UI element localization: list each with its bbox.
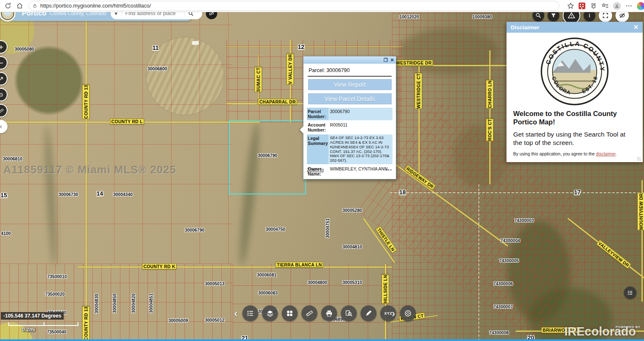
browser-menu-icon[interactable]: [625, 2, 633, 10]
popup-footer: Zoom to •••: [307, 167, 392, 172]
layers-icon: [266, 309, 274, 318]
map-label-parcel: 30005013: [205, 281, 225, 286]
map-label-parcel: 30004850: [112, 294, 117, 313]
field-label: Account Number:: [307, 121, 328, 134]
map-label-parcel: 74300006: [493, 281, 513, 286]
draw-button[interactable]: [361, 305, 377, 321]
map-label-road: WESTRIDGE DR: [395, 60, 433, 66]
map-label-parcel: 74300003: [514, 218, 534, 223]
scale-bar: [8, 322, 78, 326]
map-label-parcel: 30006800: [148, 66, 167, 71]
map-label-parcel: 30005009: [169, 318, 188, 323]
map-label-parcel: 30004340: [113, 192, 133, 197]
bookmark-star-icon[interactable]: [567, 2, 574, 10]
window-edge: [0, 339, 644, 341]
legend-fab-button[interactable]: [624, 287, 636, 299]
browser-profile-avatar[interactable]: [613, 2, 621, 10]
basemap-button[interactable]: [282, 305, 298, 321]
map-label-parcel: 4100: [1, 231, 10, 236]
popup-more-options[interactable]: •••: [385, 168, 392, 172]
media-button[interactable]: [400, 305, 416, 321]
map-label-parcel: 30006083: [258, 290, 278, 295]
browser-actions: [563, 2, 644, 10]
map-label-road: THISTLE LN: [375, 226, 397, 253]
view-parcel-details-button[interactable]: View Parcel Details: [308, 93, 392, 104]
map-label-parcel: 30006790: [185, 227, 205, 232]
resize-handle[interactable]: [637, 157, 641, 161]
map-label-parcel: 73500010: [47, 274, 67, 279]
field-row-account-number: Account Number: R005011: [307, 121, 392, 134]
map-label-parcel: 30004810: [343, 244, 362, 249]
reload-icon[interactable]: [4, 2, 12, 10]
map-label-road: V VALLEY DR: [286, 54, 294, 85]
popup-body: Parcel: 30006790 View Report View Parcel…: [304, 64, 396, 174]
toolbar-next-chevron[interactable]: ›: [392, 307, 395, 320]
parcel-popup: ❐ ✕ Parcel: 30006790 View Report View Pa…: [303, 56, 396, 179]
map-label-parcel: 74300008: [489, 330, 509, 335]
map-label-parcel: 74300004: [501, 238, 520, 243]
popup-maximize-icon[interactable]: ❐: [384, 58, 388, 62]
xyz-icon: XYZ: [384, 311, 392, 315]
extensions-puzzle-icon[interactable]: [589, 2, 597, 10]
map-label-parcel: 30005310: [343, 280, 362, 285]
measure-button[interactable]: [301, 305, 317, 321]
map-label-parcel: 30006081: [257, 272, 277, 277]
map-label-road: COUNTY RD 13: [82, 306, 90, 341]
map-label-parcel: 30006810: [3, 156, 23, 161]
disclaimer-titlebar: Disclaimer ✕: [506, 22, 643, 33]
info-icon: [586, 12, 593, 19]
map-label-road: TIERRA BLANCA LN: [275, 262, 323, 268]
collapse-icon: [0, 124, 4, 130]
disclaimer-close-icon[interactable]: ✕: [633, 23, 639, 31]
layers-button[interactable]: [262, 305, 278, 321]
map-label-parcel: 74300007: [493, 304, 513, 309]
map-label-section: 12: [298, 44, 304, 50]
legend-icon: [627, 289, 634, 296]
pan-arrow-icon: [0, 76, 4, 82]
bottom-toolbar: XYZ: [242, 305, 416, 321]
print-icon: [325, 309, 333, 318]
map-label-road: VALLEYVIEW DR: [596, 240, 631, 269]
map-label-parcel: 30006730: [59, 192, 78, 197]
map-label-parcel: 73500020: [45, 292, 65, 297]
field-row-parcel-number: Parcel Number: 30006790: [307, 108, 392, 120]
disclaimer-text: Get started by using the Search Tool at …: [513, 130, 636, 147]
collections-icon[interactable]: [601, 2, 609, 10]
copilot-icon[interactable]: [637, 2, 644, 10]
legend-button[interactable]: [242, 305, 258, 321]
field-label: Parcel Number:: [307, 108, 328, 120]
view-report-button[interactable]: View Report: [308, 79, 392, 90]
field-value: SE4 OF SEC 14-2-73 EX 3.63 ACRES IN SE4 …: [328, 134, 392, 164]
divider: [308, 76, 392, 77]
print-button[interactable]: [321, 305, 337, 321]
popup-titlebar: ❐ ✕: [304, 57, 396, 64]
basemap-icon: [286, 309, 294, 318]
coordinate-readout: -105.546 37.147 Degrees: [1, 312, 64, 320]
zoom-to-link[interactable]: Zoom to: [307, 167, 324, 172]
search-icon: [535, 12, 542, 19]
legend-icon: [246, 309, 254, 318]
disclaimer-panel: Disclaimer ✕: [506, 22, 643, 162]
agree-suffix: .: [615, 151, 617, 156]
disclaimer-title: Disclaimer: [511, 24, 539, 31]
url-text: https://portico.mygisonline.com/html5/co…: [40, 3, 151, 9]
home-icon[interactable]: [16, 2, 23, 10]
app-window: 3000508030006800100120201000938030006810…: [0, 0, 644, 341]
identify-button[interactable]: [341, 305, 357, 321]
zoom-out-icon: [0, 60, 4, 66]
map-label-section: 14: [96, 190, 103, 197]
disclaimer-link[interactable]: disclaimer: [596, 151, 615, 156]
address-bar[interactable]: https://portico.mygisonline.com/html5/co…: [29, 1, 559, 11]
toolbar-prev-chevron[interactable]: ‹: [234, 307, 238, 320]
lock-icon: [32, 3, 37, 8]
adblock-extension-icon[interactable]: [579, 3, 585, 9]
map-label-parcel: 10009380: [473, 14, 492, 19]
map-label-parcel: 30004800: [308, 280, 327, 285]
map-label-section: 17: [574, 189, 581, 196]
map-label-parcel: 30004750: [266, 227, 286, 232]
draw-icon: [364, 309, 373, 318]
map-label-road: ROC'S CT: [486, 119, 493, 141]
map-label-road: COUNTY RD L: [110, 119, 144, 124]
map-label-road: COUNTY RD 13: [82, 85, 90, 119]
popup-close-icon[interactable]: ✕: [390, 58, 394, 62]
